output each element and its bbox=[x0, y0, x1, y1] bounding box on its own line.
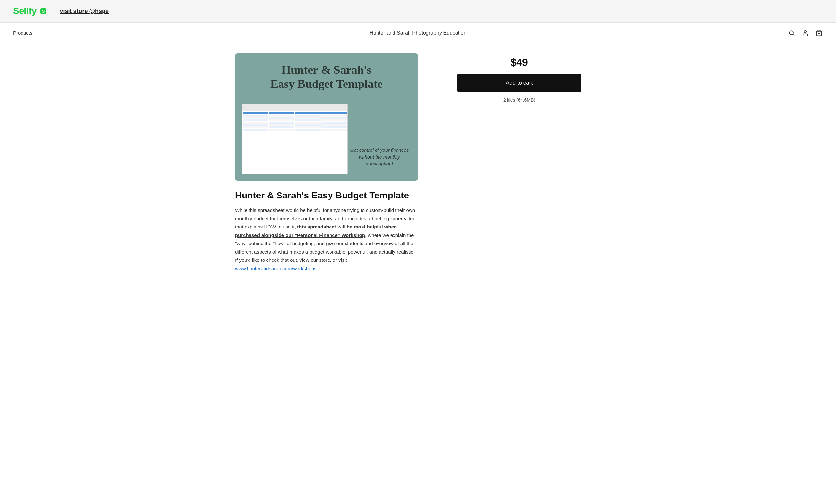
files-info: 2 files (64.6MB) bbox=[503, 97, 535, 102]
product-title: Hunter & Sarah's Easy Budget Template bbox=[235, 190, 418, 201]
spreadsheet-data-cell bbox=[295, 119, 320, 121]
spreadsheet-cell bbox=[269, 112, 294, 114]
spreadsheet-data-cell bbox=[295, 129, 320, 131]
left-column: Hunter & Sarah'sEasy Budget Template bbox=[235, 53, 418, 273]
nav-products-link[interactable]: Products bbox=[13, 30, 32, 36]
spreadsheet-data-row bbox=[243, 119, 347, 121]
right-column: $49 Add to cart 2 files (64.6MB) bbox=[438, 53, 601, 102]
spreadsheet-data-cell bbox=[243, 115, 268, 117]
product-image-title: Hunter & Sarah'sEasy Budget Template bbox=[245, 63, 408, 91]
product-tagline: Get control of your finances without the… bbox=[347, 147, 412, 168]
svg-line-1 bbox=[793, 34, 794, 35]
spreadsheet-data-cell bbox=[295, 124, 320, 126]
price-display: $49 bbox=[510, 57, 528, 69]
spreadsheet-data-cell bbox=[243, 117, 268, 119]
spreadsheet-header-row bbox=[243, 112, 347, 114]
product-description: Hunter & Sarah's Easy Budget Template Wh… bbox=[235, 190, 418, 273]
product-image: Hunter & Sarah'sEasy Budget Template bbox=[235, 53, 418, 180]
spreadsheet-data-cell bbox=[295, 126, 320, 128]
desc-url-link[interactable]: www.hunterandsarah.com/workshops bbox=[235, 266, 317, 271]
nav-left: Products bbox=[13, 30, 32, 36]
spreadsheet-data-row bbox=[243, 124, 347, 126]
nav-bar: Products Hunter and Sarah Photography Ed… bbox=[0, 22, 836, 43]
spreadsheet-data-cell bbox=[321, 126, 347, 128]
spreadsheet-data-row bbox=[243, 115, 347, 117]
spreadsheet-preview bbox=[242, 104, 348, 174]
spreadsheet-data-cell bbox=[321, 122, 347, 124]
top-bar: SellfyS visit store @hspe bbox=[0, 0, 836, 22]
spreadsheet-data-cell bbox=[321, 119, 347, 121]
logo-area: SellfyS bbox=[13, 6, 46, 16]
spreadsheet-data-cell bbox=[321, 117, 347, 119]
spreadsheet-data-cell bbox=[321, 129, 347, 131]
product-description-text: While this spreadsheet would be helpful … bbox=[235, 206, 418, 273]
spreadsheet-data-cell bbox=[269, 119, 294, 121]
account-icon[interactable] bbox=[801, 29, 809, 37]
nav-right-icons bbox=[788, 29, 823, 37]
spreadsheet-data-cell bbox=[269, 122, 294, 124]
spreadsheet-data-cell bbox=[269, 124, 294, 126]
spreadsheet-data-row bbox=[243, 129, 347, 131]
spreadsheet-rows bbox=[242, 111, 347, 132]
spreadsheet-data-cell bbox=[243, 119, 268, 121]
spreadsheet-data-cell bbox=[243, 124, 268, 126]
search-icon[interactable] bbox=[788, 29, 796, 37]
product-image-inner: Hunter & Sarah'sEasy Budget Template bbox=[235, 53, 418, 180]
spreadsheet-data-row bbox=[243, 122, 347, 124]
spreadsheet-data-cell bbox=[295, 117, 320, 119]
logo-badge: S bbox=[40, 8, 47, 14]
spreadsheet-data-cell bbox=[269, 117, 294, 119]
spreadsheet-data-cell bbox=[295, 122, 320, 124]
spreadsheet-data-row bbox=[243, 117, 347, 119]
spreadsheet-data-cell bbox=[269, 115, 294, 117]
spreadsheet-cell bbox=[321, 112, 347, 114]
add-to-cart-button[interactable]: Add to cart bbox=[457, 74, 581, 92]
spreadsheet-data-row bbox=[243, 126, 347, 128]
spreadsheet-data-cell bbox=[269, 129, 294, 131]
spreadsheet-data-cell bbox=[321, 115, 347, 117]
spreadsheet-cell bbox=[243, 112, 268, 114]
spreadsheet-data-cell bbox=[295, 115, 320, 117]
spreadsheet-data-cell bbox=[243, 126, 268, 128]
top-divider bbox=[53, 6, 53, 16]
svg-point-2 bbox=[804, 31, 806, 33]
logo-text: Sellfy bbox=[13, 6, 37, 16]
spreadsheet-data-cell bbox=[243, 122, 268, 124]
spreadsheet-toolbar bbox=[242, 104, 347, 111]
nav-center-store-name: Hunter and Sarah Photography Education bbox=[369, 30, 466, 36]
visit-store-link[interactable]: visit store @hspe bbox=[60, 8, 109, 15]
spreadsheet-cell bbox=[295, 112, 320, 114]
spreadsheet-data-cell bbox=[243, 129, 268, 131]
spreadsheet-data-cell bbox=[269, 126, 294, 128]
spreadsheet-data-cell bbox=[321, 124, 347, 126]
cart-icon[interactable] bbox=[815, 29, 823, 37]
svg-point-0 bbox=[789, 31, 793, 35]
main-content: Hunter & Sarah'sEasy Budget Template bbox=[222, 43, 614, 283]
